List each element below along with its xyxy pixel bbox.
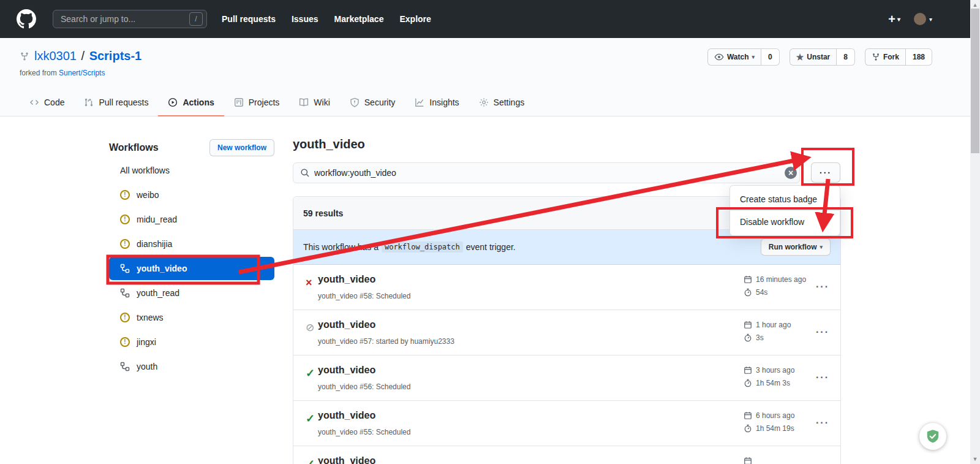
chevron-down-icon: ▾ <box>929 16 932 23</box>
breadcrumb-separator: / <box>81 49 85 63</box>
check-success-icon: ✓ <box>306 413 315 424</box>
workflow-options-button[interactable]: ··· <box>811 162 840 183</box>
repo-name-link[interactable]: Scripts-1 <box>89 49 142 63</box>
slash-key-hint: / <box>189 12 203 26</box>
sidebar-item-all-workflows[interactable]: All workflows <box>109 158 274 183</box>
warning-icon: ! <box>120 313 130 322</box>
scrollbar-thumb[interactable] <box>971 9 979 153</box>
watch-button[interactable]: Watch ▾ <box>707 48 761 66</box>
unstar-button[interactable]: ★ Unstar <box>790 48 837 66</box>
fork-count[interactable]: 188 <box>906 48 932 66</box>
adguard-extension-badge[interactable] <box>919 423 946 450</box>
tab-label: Pull requests <box>99 97 148 107</box>
tab-pull-requests[interactable]: Pull requests <box>74 89 158 116</box>
kebab-menu-icon[interactable]: ··· <box>816 281 829 292</box>
repo-tabs: Code Pull requests Actions Projects Wiki <box>20 89 534 116</box>
run-title-link[interactable]: youth_video <box>318 319 375 330</box>
workflow-icon <box>120 288 130 298</box>
workflow-options-menu: Create status badge Disable workflow <box>729 185 840 236</box>
tab-settings[interactable]: Settings <box>469 89 535 116</box>
book-icon <box>299 97 309 107</box>
tab-insights[interactable]: Insights <box>405 89 469 116</box>
sidebar-item-youth-read[interactable]: youth_read <box>109 281 274 305</box>
stopwatch-icon <box>744 288 752 297</box>
watch-count[interactable]: 0 <box>761 48 780 66</box>
workflow-run-row[interactable]: ✓ youth_video youth_video #56: Scheduled… <box>293 356 840 401</box>
create-new-dropdown[interactable]: + ▾ <box>888 12 900 26</box>
header-right: + ▾ ▾ <box>888 0 932 38</box>
run-title-link[interactable]: youth_video <box>318 365 375 376</box>
sidebar-item-dianshijia[interactable]: ! dianshijia <box>109 232 274 256</box>
nav-marketplace[interactable]: Marketplace <box>334 14 384 24</box>
workflow-run-row[interactable]: ✓ youth_video <box>293 446 840 464</box>
kebab-menu-icon[interactable]: ··· <box>816 327 829 338</box>
results-count: 59 results <box>303 208 343 218</box>
tab-wiki[interactable]: Wiki <box>289 89 339 116</box>
nav-issues[interactable]: Issues <box>292 14 318 24</box>
repo-forked-icon <box>20 51 29 61</box>
sidebar-item-weibo[interactable]: ! weibo <box>109 183 274 207</box>
workflow-run-row[interactable]: ⊘ youth_video youth_video #57: started b… <box>293 310 840 356</box>
banner-code: workflow_dispatch <box>382 242 463 253</box>
workflow-run-row[interactable]: ✓ youth_video youth_video #55: Scheduled… <box>293 401 840 446</box>
fork-label: Fork <box>883 53 899 61</box>
run-title-link[interactable]: youth_video <box>318 274 375 285</box>
fork-button[interactable]: Fork <box>865 48 906 66</box>
tab-label: Actions <box>183 97 214 107</box>
sidebar-item-youth-video[interactable]: youth_video <box>109 257 274 280</box>
sidebar-item-label: youth <box>137 362 157 371</box>
workflows-heading: Workflows <box>109 142 159 153</box>
run-subtitle: youth_video #55: Scheduled <box>318 428 410 436</box>
play-icon <box>168 97 178 107</box>
global-search-input[interactable] <box>59 13 189 25</box>
star-icon: ★ <box>796 52 804 62</box>
sidebar-item-jingxi[interactable]: ! jingxi <box>109 330 274 354</box>
unstar-label: Unstar <box>807 53 830 61</box>
tab-actions[interactable]: Actions <box>158 89 224 116</box>
sidebar-item-midu-read[interactable]: ! midu_read <box>109 207 274 232</box>
sidebar-item-txnews[interactable]: ! txnews <box>109 305 274 330</box>
nav-explore[interactable]: Explore <box>399 14 431 24</box>
github-logo-icon[interactable] <box>17 9 36 29</box>
workflow-search-input[interactable] <box>293 162 800 183</box>
run-workflow-button[interactable]: Run workflow ▾ <box>761 238 831 256</box>
tab-code[interactable]: Code <box>20 89 74 116</box>
run-title-link[interactable]: youth_video <box>318 410 375 421</box>
run-title-link[interactable]: youth_video <box>318 455 375 464</box>
run-time: 16 minutes ago <box>756 275 806 284</box>
code-icon <box>29 97 39 107</box>
sidebar-item-youth[interactable]: youth <box>109 354 274 379</box>
kebab-menu-icon[interactable]: ··· <box>816 417 829 428</box>
repo-action-buttons: Watch ▾ 0 ★ Unstar 8 Fork 188 <box>707 48 932 66</box>
page-scrollbar[interactable]: ▲ ▼ <box>970 0 980 464</box>
git-pull-request-icon <box>84 97 94 107</box>
global-search-box[interactable]: / <box>53 10 207 28</box>
tab-label: Wiki <box>314 97 330 107</box>
clear-search-button[interactable]: × <box>785 167 797 179</box>
chevron-down-icon: ▾ <box>820 244 823 250</box>
kebab-menu-icon[interactable]: ··· <box>816 372 829 383</box>
new-workflow-button[interactable]: New workflow <box>209 139 274 156</box>
sidebar-item-label: midu_read <box>137 215 177 224</box>
nav-pull-requests[interactable]: Pull requests <box>222 14 276 24</box>
tab-projects[interactable]: Projects <box>224 89 290 116</box>
workflow-run-row[interactable]: × youth_video youth_video #58: Scheduled… <box>293 265 840 310</box>
repo-owner-link[interactable]: lxk0301 <box>34 49 77 63</box>
fork-group: Fork 188 <box>865 48 932 66</box>
star-count[interactable]: 8 <box>837 48 855 66</box>
graph-icon <box>415 97 424 107</box>
user-menu[interactable]: ▾ <box>914 13 932 25</box>
menu-item-create-status-badge[interactable]: Create status badge <box>730 188 840 210</box>
menu-item-disable-workflow[interactable]: Disable workflow <box>730 210 840 233</box>
project-icon <box>234 97 244 107</box>
header-nav: Pull requests Issues Marketplace Explore <box>222 14 431 24</box>
scroll-down-icon[interactable]: ▼ <box>970 454 980 464</box>
tab-security[interactable]: Security <box>340 89 405 116</box>
avatar <box>914 13 926 25</box>
tab-label: Code <box>44 97 64 107</box>
github-header: / Pull requests Issues Marketplace Explo… <box>0 0 980 38</box>
forked-from-link[interactable]: Sunert/Scripts <box>59 69 105 77</box>
repo-header: lxk0301 / Scripts-1 forked from Sunert/S… <box>0 38 980 116</box>
warning-icon: ! <box>120 190 130 200</box>
run-time: 3 hours ago <box>756 366 794 375</box>
